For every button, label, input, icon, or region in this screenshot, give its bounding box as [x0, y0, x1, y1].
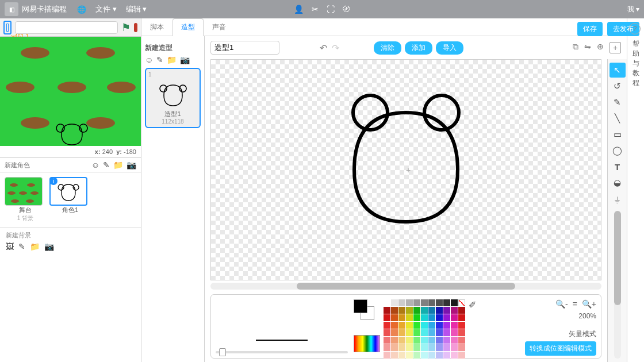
sprite-toolbar: 新建角色 ☺ ✎ 📁 📷 [0, 157, 141, 172]
stamp-icon[interactable]: 👤 [294, 5, 304, 14]
clear-button[interactable]: 清除 [374, 41, 401, 55]
paint-sprite-icon[interactable]: ✎ [103, 160, 110, 170]
fullscreen-stage-icon[interactable] [3, 21, 12, 34]
stroke-preview [256, 340, 308, 341]
upload-sprite-icon[interactable]: 📁 [113, 160, 123, 170]
pencil-tool-icon[interactable]: ✎ [610, 95, 626, 110]
expand-icon[interactable]: ⛶ [327, 5, 335, 14]
account-menu[interactable]: 我 ▾ [627, 5, 639, 14]
paint-costume-icon[interactable]: ✎ [156, 55, 163, 64]
new-costume-title: 新建造型 [145, 43, 201, 53]
sprite-list: 舞台 1 背景 i 角色1 [0, 172, 141, 227]
current-color-swatch[interactable] [354, 299, 374, 320]
help-icon[interactable]: ? [629, 23, 641, 34]
fill-tool-icon[interactable]: ◒ [610, 175, 626, 190]
top-menu-bar: ◧ 网易卡搭编程 🌐 文件 ▾ 编辑 ▾ 👤 ✂ ⛶ 〄 我 ▾ [0, 0, 644, 18]
add-button[interactable]: 添加 [405, 41, 432, 55]
left-column: ⚑ v461.1 x: 240 y: -180 新建角色 ☺ ✎ 📁 📷 [0, 18, 141, 362]
stage-preview[interactable] [0, 37, 141, 146]
select-tool-icon[interactable]: ↖ [610, 63, 626, 78]
new-sprite-label: 新建角色 [5, 161, 88, 170]
choose-costume-icon[interactable]: ☺ [145, 55, 153, 64]
costume-thumbnail[interactable]: 1 造型1 112x118 [145, 68, 201, 128]
color-palette[interactable] [384, 299, 465, 353]
zoom-in-icon[interactable]: 🔍+ [582, 299, 596, 309]
stamp-tool-icon[interactable]: ⏚ [610, 191, 626, 206]
redo-icon[interactable]: ↷ [332, 43, 339, 53]
sprite-on-stage [55, 117, 89, 148]
sprite-item[interactable]: i 角色1 [49, 177, 91, 222]
paint-editor: ↶ ↷ 清除 添加 导入 ⧉ ⇋ ⊕ + [205, 36, 627, 362]
center-tool-icons: 👤 ✂ ⛶ 〄 [294, 5, 351, 14]
paint-backdrop-icon[interactable]: ✎ [18, 242, 25, 251]
costume-sidebar: 新建造型 ☺ ✎ 📁 📷 1 造型1 112x118 [141, 36, 205, 362]
globe-icon[interactable]: 🌐 [77, 5, 86, 14]
costume-name-input[interactable] [210, 41, 279, 55]
help-sidebar[interactable]: ? 帮 助 与 教 程 [627, 18, 644, 362]
crop-icon[interactable]: ⧉ [573, 42, 578, 53]
camera-costume-icon[interactable]: 📷 [180, 55, 190, 64]
camera-sprite-icon[interactable]: 📷 [126, 160, 136, 170]
costume-drawing [325, 84, 486, 233]
app-logo-icon: ◧ [5, 2, 18, 16]
choose-sprite-icon[interactable]: ☺ [91, 160, 99, 170]
plus-icon[interactable]: + [610, 42, 621, 53]
stop-icon[interactable] [134, 23, 137, 32]
choose-backdrop-icon[interactable]: 🖼 [6, 242, 14, 251]
mode-label: 矢量模式 [516, 329, 596, 339]
stroke-width-slider[interactable] [216, 351, 348, 353]
line-tool-icon[interactable]: ╲ [610, 111, 626, 126]
menu-edit[interactable]: 编辑 ▾ [126, 4, 147, 14]
app-brand: 网易卡搭编程 [22, 4, 67, 14]
flip-h-icon[interactable]: ⇋ [584, 42, 591, 53]
tab-scripts[interactable]: 脚本 [141, 18, 172, 36]
upload-backdrop-icon[interactable]: 📁 [30, 242, 40, 251]
zoom-reset-icon[interactable]: = [573, 299, 577, 309]
center-icon[interactable]: ⊕ [597, 42, 604, 53]
camera-backdrop-icon[interactable]: 📷 [44, 242, 54, 251]
text-tool-icon[interactable]: T [610, 159, 626, 174]
editor-toolbar: ↶ ↷ 清除 添加 导入 ⧉ ⇋ ⊕ + [205, 36, 627, 59]
eyedropper-icon[interactable]: ✐ [469, 299, 476, 310]
paint-tools: ↖ ↺ ✎ ╲ ▭ ◯ T ◒ ⏚ [607, 59, 627, 362]
center-area: 脚本 造型 声音 新建造型 ☺ ✎ 📁 📷 1 造型1 [141, 18, 627, 362]
color-panel: ✐ 🔍- = 🔍+ 200% [210, 294, 601, 359]
stage-item[interactable]: 舞台 1 背景 [5, 177, 46, 222]
info-badge-icon[interactable]: i [49, 177, 57, 185]
editor-tabs: 脚本 造型 声音 [141, 18, 627, 36]
zoom-out-icon[interactable]: 🔍- [555, 299, 568, 309]
green-flag-icon[interactable]: ⚑ [121, 21, 131, 34]
new-backdrop-panel: 新建背景 🖼 ✎ 📁 📷 [0, 227, 141, 255]
reshape-tool-icon[interactable]: ↺ [610, 79, 626, 94]
zoom-percent: 200% [516, 312, 596, 320]
project-title-input[interactable] [15, 21, 118, 34]
tab-costumes[interactable]: 造型 [172, 18, 204, 36]
rainbow-picker[interactable] [354, 335, 380, 352]
switch-mode-button[interactable]: 转换成位图编辑模式 [525, 341, 596, 356]
ellipse-tool-icon[interactable]: ◯ [610, 143, 626, 158]
shrink-icon[interactable]: 〄 [343, 5, 351, 14]
upload-costume-icon[interactable]: 📁 [167, 55, 177, 64]
menu-file[interactable]: 文件 ▾ [95, 4, 117, 14]
cut-icon[interactable]: ✂ [312, 5, 319, 14]
tab-sounds[interactable]: 声音 [204, 18, 235, 36]
center-cross-icon: + [406, 165, 411, 175]
save-button[interactable]: 保存 [577, 22, 603, 36]
canvas-v-scrollbar[interactable] [614, 211, 621, 359]
canvas-h-scrollbar[interactable] [210, 283, 601, 290]
undo-icon[interactable]: ↶ [320, 43, 327, 53]
import-button[interactable]: 导入 [436, 41, 463, 55]
rect-tool-icon[interactable]: ▭ [610, 127, 626, 142]
paint-canvas[interactable]: + [210, 59, 601, 280]
